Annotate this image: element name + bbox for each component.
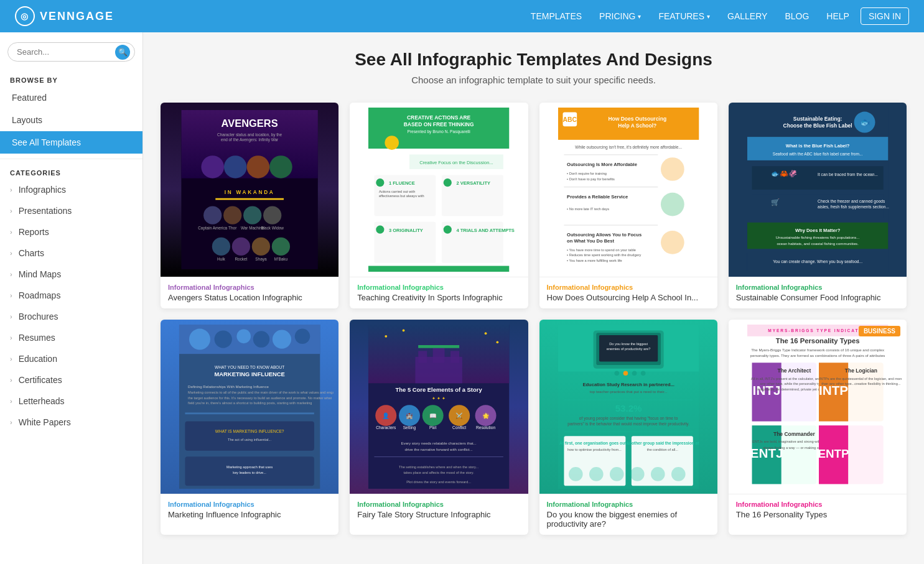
nav-features[interactable]: FEATURES ▾ xyxy=(652,7,716,25)
template-card[interactable]: BUSINESS MYERS-BRIGGS TYPE INDICATOR The… xyxy=(729,320,907,535)
sidebar-item-letterheads[interactable]: › Letterheads xyxy=(0,391,142,412)
nav-pricing[interactable]: PRICING ▾ xyxy=(593,7,647,25)
svg-rect-118 xyxy=(418,351,427,363)
svg-text:the target audience for this. : the target audience for this. It's neces… xyxy=(188,396,332,400)
template-card[interactable]: Do you know the biggest enemies of produ… xyxy=(539,320,717,535)
template-preview: AVENGERS Character status and location, … xyxy=(161,103,338,277)
fairytale-preview-svg: The 5 Core Elements of a Story ✦ ✦ ✦ 👤 C… xyxy=(355,325,523,489)
template-card[interactable]: AVENGERS Character status and location, … xyxy=(161,103,338,308)
svg-point-100 xyxy=(273,330,291,348)
nav-gallery[interactable]: GALLERY xyxy=(721,7,773,25)
svg-text:key leaders to drive...: key leaders to drive... xyxy=(233,471,266,474)
template-card[interactable]: Sustainable Eating: Choose the Blue Fish… xyxy=(729,103,907,308)
chevron-right-icon: › xyxy=(10,292,12,299)
sidebar-item-certificates[interactable]: › Certificates xyxy=(0,369,142,391)
svg-text:Plot drives the story and even: Plot drives the story and events forward… xyxy=(406,480,471,484)
nav-templates[interactable]: TEMPLATES xyxy=(525,7,588,25)
svg-text:Character status and location,: Character status and location, by the xyxy=(217,132,282,137)
search-button[interactable]: 🔍 xyxy=(115,45,130,60)
sidebar-item-see-all-templates[interactable]: See All Templates xyxy=(0,131,142,154)
template-footer: Informational Infographics Teaching Crea… xyxy=(350,277,528,308)
svg-point-156 xyxy=(614,371,619,376)
sidebar-item-mind-maps[interactable]: › Mind Maps xyxy=(0,264,142,285)
chevron-right-icon: › xyxy=(10,186,12,193)
svg-text:end of the Avengers: Infinity : end of the Avengers: Infinity War xyxy=(221,137,279,142)
category-label: Certificates xyxy=(19,375,62,385)
svg-rect-10 xyxy=(215,198,284,200)
category-label: Brochures xyxy=(19,312,58,321)
template-preview: WHAT YOU NEED TO KNOW ABOUT MARKETING IN… xyxy=(161,320,338,494)
category-label: White Papers xyxy=(19,417,71,427)
sidebar-item-layouts[interactable]: Layouts xyxy=(0,109,142,131)
svg-text:M'Baku: M'Baku xyxy=(274,257,288,261)
svg-text:How Does Outsourcing: How Does Outsourcing xyxy=(608,116,666,122)
svg-text:Outsourcing Allows You to Focu: Outsourcing Allows You to Focus xyxy=(567,232,642,238)
svg-text:Captain America: Captain America xyxy=(198,226,227,231)
search-icon: 🔍 xyxy=(118,48,128,57)
svg-text:Every story needs relatable ch: Every story needs relatable characters t… xyxy=(401,441,477,445)
svg-text:1 FLUENCE: 1 FLUENCE xyxy=(389,180,415,186)
svg-text:Rocket: Rocket xyxy=(235,257,247,261)
chevron-right-icon: › xyxy=(10,376,12,384)
nav-help[interactable]: HELP xyxy=(820,7,856,25)
svg-text:The Myers-Briggs Type Indicato: The Myers-Briggs Type Indicator framewor… xyxy=(751,348,884,352)
category-label: Resumes xyxy=(19,333,55,343)
svg-point-5 xyxy=(201,155,224,178)
template-card[interactable]: WHAT YOU NEED TO KNOW ABOUT MARKETING IN… xyxy=(161,320,338,535)
svg-text:4 TRIALS AND ATTEMPTS: 4 TRIALS AND ATTEMPTS xyxy=(457,228,515,233)
svg-text:🛒: 🛒 xyxy=(770,198,780,206)
svg-text:Sustainable Eating:: Sustainable Eating: xyxy=(793,116,842,122)
svg-text:Presented by Bruno N. Pasquare: Presented by Bruno N. Pasquarelli xyxy=(408,129,471,134)
svg-text:53.2%: 53.2% xyxy=(615,403,642,414)
sidebar-item-resumes[interactable]: › Resumes xyxy=(0,327,142,348)
svg-text:The 16 Personality Types: The 16 Personality Types xyxy=(775,337,859,344)
svg-text:Actions carried out with: Actions carried out with xyxy=(379,190,415,193)
svg-point-21 xyxy=(252,238,270,256)
nav-signin[interactable]: SIGN IN xyxy=(861,7,909,25)
sidebar-item-charts[interactable]: › Charts xyxy=(0,243,142,264)
svg-point-69 xyxy=(660,231,684,254)
template-card[interactable]: ABC How Does Outsourcing Help A School? … xyxy=(539,103,717,308)
sidebar-item-white-papers[interactable]: › White Papers xyxy=(0,412,142,433)
svg-point-14 xyxy=(263,206,281,224)
sidebar-item-brochures[interactable]: › Brochures xyxy=(0,306,142,327)
sidebar-item-reports[interactable]: › Reports xyxy=(0,221,142,243)
svg-text:👤: 👤 xyxy=(383,412,390,420)
sidebar-item-education[interactable]: › Education xyxy=(0,348,142,369)
template-name: The 16 Personality Types xyxy=(736,510,899,519)
svg-text:WHAT IS MARKETING INFLUENCE?: WHAT IS MARKETING INFLUENCE? xyxy=(215,429,284,433)
template-footer: Informational Infographics Marketing Inf… xyxy=(161,494,338,525)
svg-text:MYERS-BRIGGS TYPE INDICATOR: MYERS-BRIGGS TYPE INDICATOR xyxy=(768,328,867,333)
svg-point-19 xyxy=(212,238,230,256)
svg-text:BASED ON FREE THINKING: BASED ON FREE THINKING xyxy=(404,121,474,127)
svg-point-47 xyxy=(444,226,452,234)
svg-point-122 xyxy=(403,330,405,332)
logo-icon: ◎ xyxy=(15,6,35,26)
svg-point-64 xyxy=(660,193,684,216)
sidebar-item-roadmaps[interactable]: › Roadmaps xyxy=(0,285,142,306)
template-card[interactable]: The 5 Core Elements of a Story ✦ ✦ ✦ 👤 C… xyxy=(350,320,528,535)
template-category: Informational Infographics xyxy=(357,501,520,508)
sidebar-item-presentations[interactable]: › Presentations xyxy=(0,200,142,221)
template-card[interactable]: CREATIVE ACTIONS ARE BASED ON FREE THINK… xyxy=(350,103,528,308)
svg-point-178 xyxy=(671,467,685,481)
sidebar-item-featured[interactable]: Featured xyxy=(0,86,142,109)
svg-text:What is the Blue Fish Label?: What is the Blue Fish Label? xyxy=(786,143,850,149)
svg-text:Check the freezer and canned g: Check the freezer and canned goods xyxy=(818,199,885,204)
sidebar-item-infographics[interactable]: › Infographics xyxy=(0,179,142,200)
svg-text:Resolution: Resolution xyxy=(476,425,495,430)
svg-text:Plot: Plot xyxy=(429,425,437,430)
nav-blog[interactable]: BLOG xyxy=(778,7,815,25)
template-name: Sustainable Consumer Food Infographic xyxy=(736,293,899,302)
site-logo[interactable]: ◎ VENNGAGE xyxy=(15,6,114,26)
svg-rect-120 xyxy=(450,351,459,363)
sustainable-preview-svg: Sustainable Eating: Choose the Blue Fish… xyxy=(734,108,902,272)
personality-preview-svg: MYERS-BRIGGS TYPE INDICATOR The 16 Perso… xyxy=(734,325,902,489)
svg-text:Do you know the biggest: Do you know the biggest xyxy=(609,342,648,346)
template-category: Informational Infographics xyxy=(168,284,331,291)
svg-text:Black Widow: Black Widow xyxy=(261,226,284,230)
svg-text:Setting: Setting xyxy=(403,425,416,430)
svg-text:takes place and affects the mo: takes place and affects the mood of the … xyxy=(404,471,475,474)
svg-rect-62 xyxy=(564,187,658,187)
business-badge: BUSINESS xyxy=(859,326,900,336)
